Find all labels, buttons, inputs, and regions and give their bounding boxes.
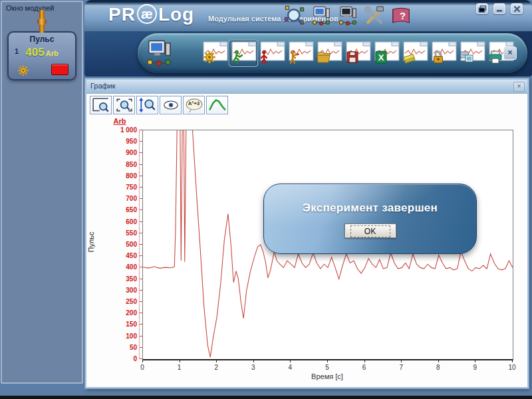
start-experiment-button[interactable] <box>230 41 257 65</box>
svg-text:?: ? <box>400 11 406 21</box>
y-tick-label: 250 <box>108 298 137 305</box>
graph-window-title: График <box>90 82 116 90</box>
screens-icon <box>459 49 475 65</box>
x-tick-label: 0 <box>132 364 152 371</box>
y-tick-label: 50 <box>108 344 137 351</box>
svg-text:X: X <box>378 53 384 63</box>
y-tick-label: 300 <box>108 287 137 294</box>
print-icon <box>487 49 503 65</box>
y-tick-label: 150 <box>108 321 137 328</box>
save-experiment-button[interactable] <box>344 41 371 65</box>
module-status-indicator[interactable] <box>51 64 68 75</box>
disconnect-modules-icon[interactable] <box>337 5 358 27</box>
y-axis-title: Пульс <box>87 232 95 253</box>
settings-icon <box>201 49 217 65</box>
module-value: 405Arb <box>9 46 75 59</box>
module-connector-icon <box>37 10 47 33</box>
close-button[interactable] <box>511 3 523 14</box>
open-experiment-button[interactable] <box>316 41 342 65</box>
zoom-region-button[interactable] <box>90 96 112 114</box>
y-tick-label: 400 <box>108 263 137 271</box>
lock-icon <box>430 49 446 65</box>
y-tick-label: 650 <box>108 206 137 213</box>
lock-experiment-button[interactable] <box>430 41 457 65</box>
y-tick-label: 750 <box>108 184 137 191</box>
excel-experiment-button[interactable]: X <box>373 41 400 65</box>
x-tick-label: 6 <box>354 364 374 371</box>
y-tick-label: 1 000 <box>108 126 137 134</box>
y-axis-unit-label: Arb <box>105 117 134 125</box>
open-icon <box>316 49 332 65</box>
y-tick-label: 100 <box>108 332 137 340</box>
experiment-toolbar: X × <box>138 33 527 73</box>
tools-icon[interactable] <box>364 5 385 27</box>
view-button[interactable] <box>160 96 182 114</box>
minimize-button[interactable] <box>493 3 505 14</box>
x-tick-label: 3 <box>243 364 263 371</box>
experiment-complete-dialog: Эксперимент завершен OK <box>263 184 477 254</box>
graph-window-close-button[interactable]: × <box>513 82 525 92</box>
x-axis-title: Время [c] <box>274 372 380 380</box>
y-tick-label: 800 <box>108 172 137 180</box>
y-tick-label: 0 <box>108 355 137 362</box>
dialog-message: Эксперимент завершен <box>264 201 476 215</box>
stop-icon <box>259 49 275 65</box>
x-tick-label: 7 <box>391 364 411 371</box>
y-tick-label: 200 <box>108 309 137 317</box>
modules-window-panel: Окно модулей Пульс 1 405Arb <box>1 1 83 384</box>
graph-toolbar: A²+3 <box>90 96 228 114</box>
header-icon-row: ? <box>284 5 412 27</box>
x-tick-label: 4 <box>280 364 300 371</box>
bottom-border-strip <box>0 396 532 399</box>
x-tick-label: 10 <box>502 364 522 371</box>
zoom-selection-button[interactable] <box>113 96 135 114</box>
app-logo: PRæLog <box>108 4 194 25</box>
experiment-toolbar-buttons: X <box>201 41 514 65</box>
zoom-fit-button[interactable] <box>136 96 158 114</box>
y-tick-label: 700 <box>108 195 137 202</box>
erase-icon <box>402 49 418 65</box>
pulse-module-card[interactable]: Пульс 1 405Arb <box>7 31 76 80</box>
x-tick-label: 8 <box>428 364 448 371</box>
header-bottom-band: X × <box>84 31 532 76</box>
restore-button[interactable] <box>476 3 488 14</box>
modules-launcher-icon[interactable] <box>144 39 174 68</box>
settings-experiment-button[interactable] <box>201 41 228 65</box>
stop-experiment-button[interactable] <box>259 41 285 65</box>
formula-button[interactable]: A²+3 <box>183 96 205 114</box>
x-tick-label: 2 <box>206 364 226 371</box>
start-icon <box>230 49 246 65</box>
app-header: PRæLog Модульная система экспериментов ?… <box>84 0 532 76</box>
y-tick-label: 600 <box>108 218 137 225</box>
module-settings-gear-icon[interactable] <box>17 64 30 77</box>
y-tick-label: 900 <box>108 149 137 156</box>
window-controls <box>476 3 523 14</box>
curve-button[interactable] <box>206 96 228 114</box>
y-tick-label: 950 <box>108 138 137 145</box>
connect-modules-icon[interactable] <box>311 5 332 27</box>
save-icon <box>344 49 360 65</box>
help-icon[interactable]: ? <box>390 5 412 27</box>
x-tick-label: 9 <box>465 364 485 371</box>
formula-label: A²+3 <box>184 100 204 106</box>
y-tick-label: 500 <box>108 241 137 248</box>
toolbar-close-button[interactable]: × <box>503 47 517 60</box>
search-modules-icon[interactable] <box>284 5 305 27</box>
graph-window-titlebar[interactable]: График × <box>86 80 527 94</box>
manual-experiment-button[interactable] <box>287 41 314 65</box>
header-top-band: PRæLog Модульная система экспериментов ? <box>84 0 532 31</box>
x-tick-label: 1 <box>170 364 190 371</box>
dialog-ok-button[interactable]: OK <box>344 223 396 238</box>
y-tick-label: 550 <box>108 229 137 237</box>
excel-icon: X <box>373 49 389 65</box>
module-name-label: Пульс <box>9 35 75 44</box>
screens-experiment-button[interactable] <box>459 41 485 65</box>
y-tick-label: 350 <box>108 275 137 283</box>
erase-experiment-button[interactable] <box>402 41 428 65</box>
x-tick-label: 5 <box>317 364 337 371</box>
y-tick-label: 450 <box>108 252 137 259</box>
manual-icon <box>287 49 303 65</box>
y-tick-label: 850 <box>108 161 137 168</box>
